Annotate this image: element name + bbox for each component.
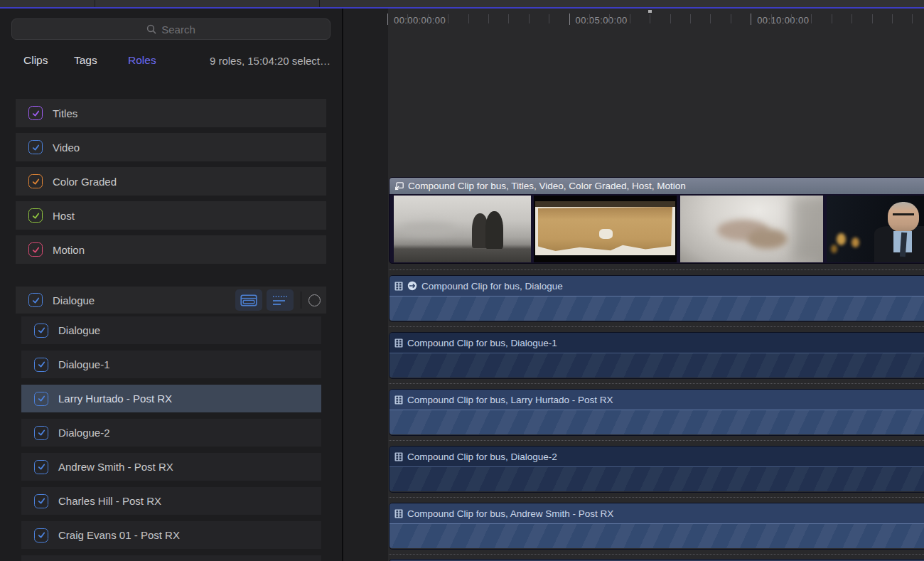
role-checkbox[interactable] xyxy=(28,174,43,188)
clip-title-bar: Compound Clip for bus, Andrew Smith - Po… xyxy=(390,503,924,524)
role-label: Dialogue-2 xyxy=(58,427,110,439)
role-label: Charles Hill - Post RX xyxy=(58,495,161,507)
clip-audio-larry-hurtado[interactable]: Compound Clip for bus, Larry Hurtado - P… xyxy=(389,389,924,436)
lane-separator xyxy=(389,554,924,555)
role-checkbox[interactable] xyxy=(28,242,43,257)
filmstrip-icon xyxy=(394,452,403,461)
clip-video-compound[interactable]: Compound Clip for bus, Titles, Video, Co… xyxy=(389,177,924,264)
ruler-timecode: 00:05:00:00 xyxy=(576,15,628,26)
sidebar-item-andrew-smith[interactable]: Andrew Smith - Post RX xyxy=(21,453,321,481)
search-input[interactable]: Search xyxy=(11,18,331,40)
role-checkbox[interactable] xyxy=(34,426,48,440)
clip-audio-dialogue[interactable]: Compound Clip for bus, Dialogue xyxy=(389,275,924,322)
role-label: Host xyxy=(53,210,75,222)
tab-roles[interactable]: Roles xyxy=(128,54,156,67)
role-checkbox[interactable] xyxy=(34,392,48,406)
focus-circle-icon[interactable] xyxy=(308,294,321,306)
role-checkbox[interactable] xyxy=(28,140,43,154)
ruler-tick xyxy=(650,14,650,23)
sidebar-item-dialogue[interactable]: Dialogue xyxy=(16,287,326,314)
check-icon xyxy=(37,462,46,471)
lane-separator xyxy=(389,269,924,270)
tab-tags[interactable]: Tags xyxy=(74,54,97,67)
sidebar-item-dialogue-2[interactable]: Dialogue-2 xyxy=(21,419,321,447)
clip-audio-andrew-smith[interactable]: Compound Clip for bus, Andrew Smith - Po… xyxy=(389,503,924,550)
search-icon xyxy=(146,24,156,34)
role-checkbox[interactable] xyxy=(34,494,48,508)
clip-audio-dialogue-1[interactable]: Compound Clip for bus, Dialogue-1 xyxy=(389,332,924,379)
lane-separator xyxy=(389,497,924,498)
filmstrip-thumbnails xyxy=(390,196,924,262)
top-panel-edge xyxy=(0,0,924,7)
ruler-timecode: 00:10:00:00 xyxy=(757,15,809,26)
ruler-tick xyxy=(448,14,448,23)
tools-divider xyxy=(301,292,301,309)
video-thumbnail xyxy=(394,196,531,262)
panel-seam xyxy=(95,0,95,7)
ruler-tick xyxy=(670,14,671,23)
timeline-index-sidebar: Search Clips Tags Roles 9 roles, 15:04:2… xyxy=(0,9,342,561)
role-checkbox[interactable] xyxy=(28,293,43,307)
sidebar-item-video[interactable]: Video xyxy=(16,133,326,161)
compound-clip-icon xyxy=(394,182,404,191)
timeline-preroll-area xyxy=(343,9,388,561)
ruler-tick xyxy=(407,14,408,23)
role-label: Dialogue-1 xyxy=(58,358,110,370)
ruler-tick xyxy=(609,14,610,23)
ruler[interactable]: 00:00:00:0000:05:00:0000:10:00:00 xyxy=(343,9,924,38)
sidebar-item-charles-hill[interactable]: Charles Hill - Post RX xyxy=(21,487,321,515)
ruler-tick xyxy=(690,14,691,23)
clip-audio-body xyxy=(390,524,924,548)
audio-roles-badge-icon xyxy=(407,281,417,291)
role-label: Larry Hurtado - Post RX xyxy=(58,392,172,405)
role-checkbox[interactable] xyxy=(28,208,43,223)
check-icon xyxy=(31,177,41,186)
lanes-list-icon xyxy=(272,295,288,306)
clip-title: Compound Clip for bus, Dialogue-2 xyxy=(407,452,557,462)
role-label: Motion xyxy=(53,244,85,256)
index-tabs: Clips Tags Roles 9 roles, 15:04:20 selec… xyxy=(0,51,342,73)
sidebar-item-color-graded[interactable]: Color Graded xyxy=(16,167,326,196)
role-checkbox[interactable] xyxy=(34,528,48,543)
ruler-tick xyxy=(508,14,509,23)
sidebar-item-dialogue-sub[interactable]: Dialogue xyxy=(21,316,321,344)
ruler-tick xyxy=(791,14,792,23)
sidebar-item-dialogue-1[interactable]: Dialogue-1 xyxy=(21,351,321,378)
role-checkbox[interactable] xyxy=(34,324,48,338)
check-icon xyxy=(31,245,41,255)
timeline-pane[interactable]: 00:00:00:0000:05:00:0000:10:00:00 Compou… xyxy=(343,9,924,561)
role-checkbox[interactable] xyxy=(34,460,48,474)
tab-clips[interactable]: Clips xyxy=(23,54,48,67)
sidebar-item-motion[interactable]: Motion xyxy=(16,235,326,264)
ruler-timecode: 00:00:00:00 xyxy=(394,15,446,26)
ruler-tick xyxy=(529,14,530,23)
role-label: Dialogue xyxy=(58,324,100,336)
ruler-tick xyxy=(731,14,731,23)
ruler-tick xyxy=(912,14,913,23)
lane-separator xyxy=(389,383,924,384)
ruler-tick xyxy=(488,14,489,23)
ruler-tick xyxy=(428,14,429,23)
clip-audio-dialogue-2[interactable]: Compound Clip for bus, Dialogue-2 xyxy=(389,446,924,493)
clip-title: Compound Clip for bus, Larry Hurtado - P… xyxy=(407,395,613,405)
clip-audio-body xyxy=(390,296,924,321)
ruler-tick xyxy=(387,14,388,25)
sidebar-item-host[interactable]: Host xyxy=(16,201,326,230)
role-checkbox[interactable] xyxy=(34,358,48,372)
sidebar-item-titles[interactable]: Titles xyxy=(16,99,326,127)
sidebar-item-craig-evans[interactable]: Craig Evans 01 - Post RX xyxy=(21,521,321,549)
selection-status: 9 roles, 15:04:20 select… xyxy=(210,55,331,67)
clip-title-bar: Compound Clip for bus, Dialogue xyxy=(390,276,924,296)
clip-title: Compound Clip for bus, Andrew Smith - Po… xyxy=(407,508,613,519)
show-subrole-lanes-button[interactable] xyxy=(267,289,294,311)
ruler-tick xyxy=(549,14,549,23)
sidebar-item-larry-hurtado[interactable]: Larry Hurtado - Post RX xyxy=(21,385,321,412)
ruler-tick xyxy=(811,14,812,23)
ruler-tick xyxy=(630,14,630,23)
collapse-subroles-button[interactable] xyxy=(235,289,262,311)
video-thumbnail xyxy=(534,196,677,262)
check-icon xyxy=(31,109,41,118)
ruler-tick xyxy=(710,14,711,23)
role-checkbox[interactable] xyxy=(28,106,43,120)
sidebar-item-partial[interactable] xyxy=(21,555,321,561)
